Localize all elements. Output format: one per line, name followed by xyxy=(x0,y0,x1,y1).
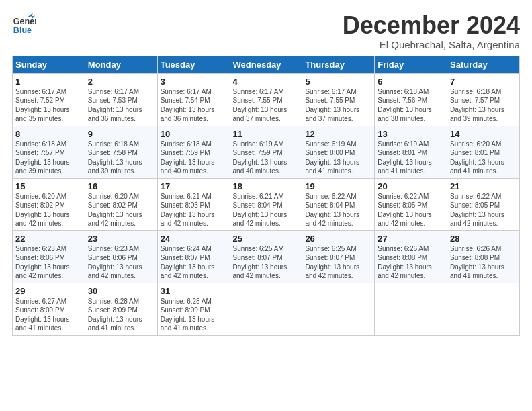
col-sunday: Sunday xyxy=(13,56,85,73)
day-number: 3 xyxy=(161,77,227,87)
day-info: Sunrise: 6:18 AM Sunset: 7:58 PM Dayligh… xyxy=(88,140,154,176)
day-info: Sunrise: 6:17 AM Sunset: 7:55 PM Dayligh… xyxy=(305,87,371,124)
day-number: 29 xyxy=(15,286,82,296)
day-number: 12 xyxy=(305,129,371,139)
day-info: Sunrise: 6:17 AM Sunset: 7:55 PM Dayligh… xyxy=(233,87,300,124)
logo: General Blue xyxy=(12,12,36,36)
day-info: Sunrise: 6:18 AM Sunset: 7:56 PM Dayligh… xyxy=(378,87,444,124)
header-row: Sunday Monday Tuesday Wednesday Thursday… xyxy=(13,56,520,73)
main-title: December 2024 xyxy=(343,12,520,39)
week-row: 1Sunrise: 6:17 AM Sunset: 7:52 PM Daylig… xyxy=(13,73,520,126)
day-info: Sunrise: 6:20 AM Sunset: 8:01 PM Dayligh… xyxy=(450,140,517,176)
day-number: 11 xyxy=(233,129,300,139)
week-row: 15Sunrise: 6:20 AM Sunset: 8:02 PM Dayli… xyxy=(13,178,520,230)
day-info: Sunrise: 6:26 AM Sunset: 8:08 PM Dayligh… xyxy=(450,244,517,281)
day-number: 8 xyxy=(15,129,82,139)
day-info: Sunrise: 6:19 AM Sunset: 8:00 PM Dayligh… xyxy=(305,140,371,176)
day-info: Sunrise: 6:22 AM Sunset: 8:05 PM Dayligh… xyxy=(450,192,517,228)
calendar-day xyxy=(375,283,447,335)
day-info: Sunrise: 6:19 AM Sunset: 7:59 PM Dayligh… xyxy=(233,140,300,176)
day-number: 16 xyxy=(88,181,154,191)
calendar-day: 4Sunrise: 6:17 AM Sunset: 7:55 PM Daylig… xyxy=(230,73,302,126)
calendar-day: 1Sunrise: 6:17 AM Sunset: 7:52 PM Daylig… xyxy=(13,73,85,126)
day-number: 17 xyxy=(161,181,227,191)
calendar-day xyxy=(447,283,520,335)
col-saturday: Saturday xyxy=(447,56,520,73)
day-number: 25 xyxy=(233,234,300,244)
day-info: Sunrise: 6:20 AM Sunset: 8:02 PM Dayligh… xyxy=(88,192,154,228)
calendar-day: 11Sunrise: 6:19 AM Sunset: 7:59 PM Dayli… xyxy=(230,126,302,178)
day-info: Sunrise: 6:25 AM Sunset: 8:07 PM Dayligh… xyxy=(233,244,300,281)
day-number: 19 xyxy=(305,181,371,191)
calendar-day: 14Sunrise: 6:20 AM Sunset: 8:01 PM Dayli… xyxy=(447,126,520,178)
calendar-day: 16Sunrise: 6:20 AM Sunset: 8:02 PM Dayli… xyxy=(85,178,157,230)
week-row: 29Sunrise: 6:27 AM Sunset: 8:09 PM Dayli… xyxy=(13,283,520,335)
calendar-day: 30Sunrise: 6:28 AM Sunset: 8:09 PM Dayli… xyxy=(85,283,157,335)
day-number: 6 xyxy=(378,77,444,87)
calendar-body: 1Sunrise: 6:17 AM Sunset: 7:52 PM Daylig… xyxy=(13,73,520,335)
day-info: Sunrise: 6:24 AM Sunset: 8:07 PM Dayligh… xyxy=(161,244,227,281)
day-number: 27 xyxy=(378,234,444,244)
day-number: 7 xyxy=(450,77,517,87)
calendar-day: 25Sunrise: 6:25 AM Sunset: 8:07 PM Dayli… xyxy=(230,230,302,283)
header: General Blue December 2024 El Quebrachal… xyxy=(12,12,520,50)
title-block: December 2024 El Quebrachal, Salta, Arge… xyxy=(343,12,520,50)
calendar-day: 29Sunrise: 6:27 AM Sunset: 8:09 PM Dayli… xyxy=(13,283,85,335)
day-info: Sunrise: 6:23 AM Sunset: 8:06 PM Dayligh… xyxy=(15,244,82,281)
day-number: 28 xyxy=(450,234,517,244)
col-thursday: Thursday xyxy=(302,56,375,73)
calendar-day: 19Sunrise: 6:22 AM Sunset: 8:04 PM Dayli… xyxy=(302,178,375,230)
calendar: Sunday Monday Tuesday Wednesday Thursday… xyxy=(12,56,520,336)
calendar-day: 22Sunrise: 6:23 AM Sunset: 8:06 PM Dayli… xyxy=(13,230,85,283)
day-info: Sunrise: 6:23 AM Sunset: 8:06 PM Dayligh… xyxy=(88,244,154,281)
calendar-header: Sunday Monday Tuesday Wednesday Thursday… xyxy=(13,56,520,73)
day-info: Sunrise: 6:18 AM Sunset: 7:57 PM Dayligh… xyxy=(450,87,517,124)
calendar-day: 15Sunrise: 6:20 AM Sunset: 8:02 PM Dayli… xyxy=(13,178,85,230)
day-info: Sunrise: 6:26 AM Sunset: 8:08 PM Dayligh… xyxy=(378,244,444,281)
day-info: Sunrise: 6:27 AM Sunset: 8:09 PM Dayligh… xyxy=(15,297,82,333)
day-info: Sunrise: 6:17 AM Sunset: 7:52 PM Dayligh… xyxy=(15,87,82,124)
calendar-day: 24Sunrise: 6:24 AM Sunset: 8:07 PM Dayli… xyxy=(157,230,230,283)
calendar-day xyxy=(230,283,302,335)
day-info: Sunrise: 6:28 AM Sunset: 8:09 PM Dayligh… xyxy=(88,297,154,333)
calendar-day: 17Sunrise: 6:21 AM Sunset: 8:03 PM Dayli… xyxy=(157,178,230,230)
day-info: Sunrise: 6:21 AM Sunset: 8:04 PM Dayligh… xyxy=(233,192,300,228)
week-row: 8Sunrise: 6:18 AM Sunset: 7:57 PM Daylig… xyxy=(13,126,520,178)
calendar-day: 12Sunrise: 6:19 AM Sunset: 8:00 PM Dayli… xyxy=(302,126,375,178)
calendar-day xyxy=(302,283,375,335)
day-number: 2 xyxy=(88,77,154,87)
day-number: 10 xyxy=(161,129,227,139)
col-wednesday: Wednesday xyxy=(230,56,302,73)
calendar-day: 18Sunrise: 6:21 AM Sunset: 8:04 PM Dayli… xyxy=(230,178,302,230)
calendar-day: 31Sunrise: 6:28 AM Sunset: 8:09 PM Dayli… xyxy=(157,283,230,335)
calendar-day: 9Sunrise: 6:18 AM Sunset: 7:58 PM Daylig… xyxy=(85,126,157,178)
day-info: Sunrise: 6:22 AM Sunset: 8:04 PM Dayligh… xyxy=(305,192,371,228)
day-info: Sunrise: 6:17 AM Sunset: 7:53 PM Dayligh… xyxy=(88,87,154,124)
day-number: 22 xyxy=(15,234,82,244)
subtitle: El Quebrachal, Salta, Argentina xyxy=(343,39,520,50)
page: General Blue December 2024 El Quebrachal… xyxy=(0,0,532,411)
day-info: Sunrise: 6:18 AM Sunset: 7:57 PM Dayligh… xyxy=(15,140,82,176)
calendar-day: 26Sunrise: 6:25 AM Sunset: 8:07 PM Dayli… xyxy=(302,230,375,283)
day-number: 15 xyxy=(15,181,82,191)
day-info: Sunrise: 6:21 AM Sunset: 8:03 PM Dayligh… xyxy=(161,192,227,228)
day-number: 9 xyxy=(88,129,154,139)
day-number: 18 xyxy=(233,181,300,191)
day-number: 24 xyxy=(161,234,227,244)
svg-text:Blue: Blue xyxy=(13,26,32,35)
day-info: Sunrise: 6:18 AM Sunset: 7:59 PM Dayligh… xyxy=(161,140,227,176)
calendar-day: 3Sunrise: 6:17 AM Sunset: 7:54 PM Daylig… xyxy=(157,73,230,126)
logo-icon: General Blue xyxy=(12,12,36,36)
calendar-day: 6Sunrise: 6:18 AM Sunset: 7:56 PM Daylig… xyxy=(375,73,447,126)
day-info: Sunrise: 6:25 AM Sunset: 8:07 PM Dayligh… xyxy=(305,244,371,281)
day-number: 13 xyxy=(378,129,444,139)
calendar-day: 23Sunrise: 6:23 AM Sunset: 8:06 PM Dayli… xyxy=(85,230,157,283)
calendar-day: 5Sunrise: 6:17 AM Sunset: 7:55 PM Daylig… xyxy=(302,73,375,126)
calendar-day: 20Sunrise: 6:22 AM Sunset: 8:05 PM Dayli… xyxy=(375,178,447,230)
calendar-day: 13Sunrise: 6:19 AM Sunset: 8:01 PM Dayli… xyxy=(375,126,447,178)
calendar-day: 8Sunrise: 6:18 AM Sunset: 7:57 PM Daylig… xyxy=(13,126,85,178)
day-number: 14 xyxy=(450,129,517,139)
day-number: 31 xyxy=(161,286,227,296)
day-info: Sunrise: 6:19 AM Sunset: 8:01 PM Dayligh… xyxy=(378,140,444,176)
calendar-day: 7Sunrise: 6:18 AM Sunset: 7:57 PM Daylig… xyxy=(447,73,520,126)
